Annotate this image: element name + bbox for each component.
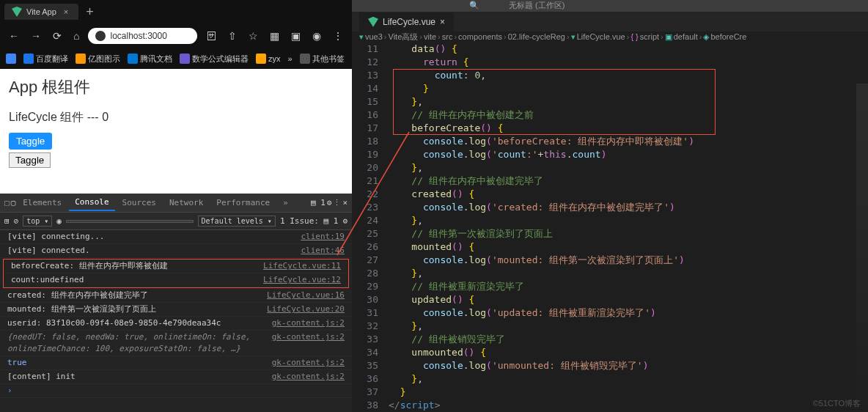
warnings-badge[interactable]: ▤ 1 bbox=[311, 198, 326, 207]
log-src[interactable]: client:46 bbox=[301, 245, 345, 257]
close-icon[interactable]: × bbox=[440, 17, 445, 27]
tab-network[interactable]: Network bbox=[163, 195, 209, 210]
devtools-close-icon[interactable]: × bbox=[342, 198, 347, 207]
highlight-box: beforeCreate: 组件在内存中即将被创建LifeCycle.vue:1… bbox=[3, 259, 349, 288]
reload-button[interactable]: ⟳ bbox=[50, 29, 65, 43]
url-input[interactable]: localhost:3000 bbox=[88, 28, 197, 44]
log-src[interactable]: LifeCycle.vue:12 bbox=[263, 274, 341, 286]
bookmark[interactable]: zyx bbox=[256, 54, 281, 64]
log-msg: true bbox=[7, 357, 272, 369]
new-tab-button[interactable]: + bbox=[83, 4, 97, 20]
menu-icon[interactable]: ⋮ bbox=[330, 29, 346, 43]
console-toolbar: ⊞ ⊘ top ▾ ◉ Default levels ▾ 1 Issue: ▤ … bbox=[0, 213, 352, 230]
log-msg: {needUT: false, needWa: true, onlinetime… bbox=[7, 331, 272, 355]
bookmark-folder[interactable]: 其他书签 bbox=[300, 54, 345, 65]
console-output: [vite] connecting...client:19 [vite] con… bbox=[0, 230, 352, 412]
workspace-title: 无标题 (工作区) bbox=[509, 0, 564, 11]
profile-icon[interactable]: ◉ bbox=[309, 29, 324, 43]
log-msg: count:undefined bbox=[11, 274, 263, 286]
tab-filename: LifeCycle.vue bbox=[383, 17, 435, 27]
tab-performance[interactable]: Performance bbox=[210, 195, 276, 210]
search-icon[interactable]: 🔍 bbox=[469, 1, 479, 10]
ext2-icon[interactable]: ▣ bbox=[288, 29, 304, 43]
log-src[interactable]: gk-content.js:2 bbox=[272, 371, 345, 383]
translate-icon[interactable]: 🈂 bbox=[203, 29, 219, 43]
site-info-icon bbox=[95, 31, 106, 41]
close-icon[interactable]: × bbox=[61, 7, 71, 16]
tab-sources[interactable]: Sources bbox=[117, 195, 162, 210]
log-msg: [vite] connected. bbox=[7, 245, 301, 257]
log-src[interactable]: gk-content.js:2 bbox=[272, 357, 345, 369]
eye-icon[interactable]: ◉ bbox=[56, 216, 62, 226]
browser-navbar: ← → ⟳ ⌂ localhost:3000 🈂 ⇧ ☆ ▦ ▣ ◉ ⋮ bbox=[0, 23, 352, 48]
editor-tabbar: LifeCycle.vue × bbox=[352, 12, 868, 32]
sidebar-toggle-icon[interactable]: ⊞ bbox=[4, 216, 10, 226]
url-text: localhost:3000 bbox=[110, 31, 166, 41]
devtools-menu-icon[interactable]: ⋮ bbox=[333, 198, 341, 207]
back-button[interactable]: ← bbox=[6, 29, 22, 43]
clear-console-icon[interactable]: ⊘ bbox=[14, 216, 19, 226]
console-prompt[interactable]: › bbox=[7, 385, 345, 397]
editor-tab[interactable]: LifeCycle.vue × bbox=[359, 12, 454, 32]
tab-elements[interactable]: Elements bbox=[17, 195, 67, 210]
log-src[interactable]: client:19 bbox=[301, 231, 345, 243]
issues-badge[interactable]: 1 Issue: ▤ 1 bbox=[280, 216, 338, 226]
context-select[interactable]: top ▾ bbox=[23, 216, 52, 227]
star-icon[interactable]: ☆ bbox=[246, 29, 261, 43]
log-msg: [content] init bbox=[7, 371, 272, 383]
component-title: LifeCycle 组件 --- 0 bbox=[9, 110, 343, 125]
console-settings-icon[interactable]: ⚙ bbox=[342, 216, 347, 226]
vite-icon bbox=[12, 7, 22, 17]
devtools-tabs: ⬚ ▢ Elements Console Sources Network Per… bbox=[0, 194, 352, 213]
log-msg: mounted: 组件第一次被渲染到了页面上 bbox=[7, 304, 267, 315]
code-area[interactable]: data() { return { count: 0, } }, // 组件在内… bbox=[389, 43, 868, 412]
code-editor[interactable]: 1112131415161718192021222324252627282930… bbox=[352, 43, 868, 412]
minimap[interactable] bbox=[856, 84, 868, 412]
browser-tab[interactable]: Vite App × bbox=[4, 4, 78, 20]
log-src[interactable]: gk-content.js:2 bbox=[272, 317, 345, 329]
bookmark[interactable]: 腾讯文档 bbox=[128, 54, 172, 65]
inspect-icon[interactable]: ⬚ bbox=[4, 198, 10, 207]
vue-icon bbox=[368, 17, 378, 27]
watermark: ©51CTO博客 bbox=[813, 398, 861, 409]
log-msg: created: 组件在内存中被创建完毕了 bbox=[7, 290, 267, 301]
bookmark[interactable]: 亿图图示 bbox=[76, 54, 120, 65]
bookmark[interactable]: 数学公式编辑器 bbox=[180, 54, 249, 65]
log-src[interactable]: LifeCycle.vue:16 bbox=[267, 290, 345, 301]
log-msg: beforeCreate: 组件在内存中即将被创建 bbox=[11, 260, 263, 272]
browser-tabbar: Vite App × + bbox=[0, 0, 352, 23]
log-msg: [vite] connecting... bbox=[7, 231, 301, 243]
filter-input[interactable] bbox=[66, 220, 194, 223]
breadcrumb[interactable]: ▾ vue3 › Vite高级 › vite › src › component… bbox=[352, 32, 868, 43]
toggle-button-default[interactable]: Taggle bbox=[9, 152, 51, 168]
devtools-panel: ⬚ ▢ Elements Console Sources Network Per… bbox=[0, 194, 352, 412]
log-src[interactable]: LifeCycle.vue:11 bbox=[263, 260, 341, 272]
bookmark[interactable] bbox=[6, 54, 16, 64]
bookmarks-bar: 百度翻译 亿图图示 腾讯文档 数学公式编辑器 zyx » 其他书签 bbox=[0, 48, 352, 69]
levels-select[interactable]: Default levels ▾ bbox=[198, 216, 276, 227]
home-button[interactable]: ⌂ bbox=[70, 29, 82, 43]
log-msg: userid: 83f10c00-09f4-08e9-9850-4e790dea… bbox=[7, 317, 272, 329]
settings-icon[interactable]: ⚙ bbox=[327, 198, 332, 207]
vscode-titlebar: 🔍 无标题 (工作区) bbox=[352, 0, 868, 12]
bookmark[interactable]: 百度翻译 bbox=[23, 54, 68, 65]
tab-more[interactable]: » bbox=[277, 195, 294, 210]
log-src[interactable]: gk-content.js:2 bbox=[272, 331, 345, 355]
log-src[interactable]: LifeCycle.vue:20 bbox=[267, 304, 345, 315]
forward-button[interactable]: → bbox=[28, 29, 44, 43]
toggle-button-primary[interactable]: Taggle bbox=[9, 133, 52, 150]
bookmark-overflow[interactable]: » bbox=[288, 54, 293, 63]
page-title: App 根组件 bbox=[9, 76, 343, 98]
tab-title: Vite App bbox=[26, 7, 56, 16]
send-icon[interactable]: ⇧ bbox=[225, 29, 240, 43]
line-gutter: 1112131415161718192021222324252627282930… bbox=[352, 43, 389, 412]
tab-console[interactable]: Console bbox=[69, 194, 114, 211]
ext1-icon[interactable]: ▦ bbox=[267, 29, 282, 43]
device-icon[interactable]: ▢ bbox=[11, 198, 16, 207]
rendered-page: App 根组件 LifeCycle 组件 --- 0 Taggle Taggle bbox=[0, 69, 352, 194]
